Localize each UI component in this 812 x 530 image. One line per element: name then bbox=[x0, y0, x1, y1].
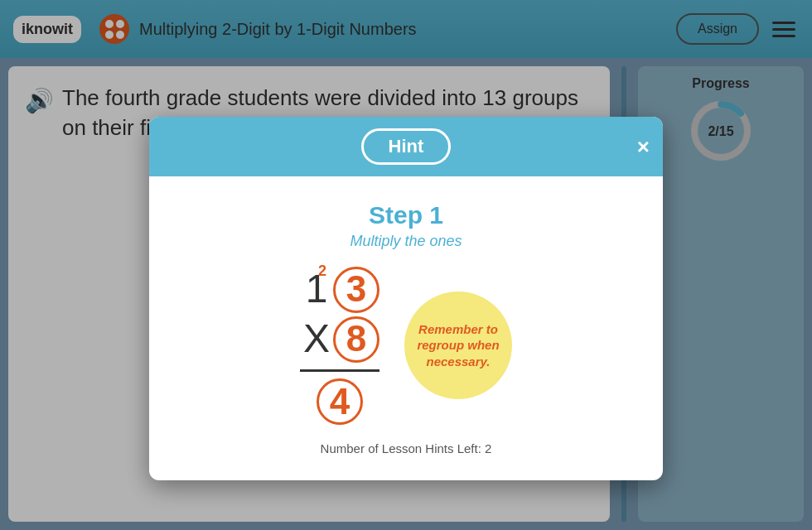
carry-number: 2 bbox=[318, 263, 326, 280]
modal-title: Hint bbox=[361, 128, 452, 165]
circled-digit-3: 3 bbox=[333, 267, 379, 313]
modal-body: Step 1 Multiply the ones 2 1 3 X 8 bbox=[149, 176, 663, 480]
divider-line bbox=[300, 369, 379, 372]
math-display: 2 1 3 X 8 4 bbox=[182, 267, 630, 425]
step-subtext: Multiply the ones bbox=[182, 233, 630, 250]
circled-digit-8: 8 bbox=[333, 316, 379, 363]
modal-overlay: Hint × Step 1 Multiply the ones 2 1 3 X … bbox=[0, 0, 812, 530]
hint-modal: Hint × Step 1 Multiply the ones 2 1 3 X … bbox=[149, 117, 663, 480]
step-heading: Step 1 bbox=[182, 201, 630, 229]
multiply-symbol: X bbox=[300, 317, 333, 361]
hints-left: Number of Lesson Hints Left: 2 bbox=[182, 441, 630, 464]
reminder-text: Remember to regroup when necessary. bbox=[417, 321, 500, 370]
plain-digit-1: 1 bbox=[300, 267, 333, 311]
modal-header: Hint × bbox=[149, 117, 663, 176]
reminder-bubble: Remember to regroup when necessary. bbox=[404, 292, 512, 399]
result-circled-4: 4 bbox=[317, 378, 363, 425]
result-row: 4 bbox=[300, 378, 379, 425]
top-number-row: 1 3 bbox=[300, 267, 379, 313]
close-button[interactable]: × bbox=[637, 136, 650, 157]
multiplication-area: 2 1 3 X 8 4 bbox=[300, 267, 379, 425]
multiply-row: X 8 bbox=[300, 316, 379, 363]
